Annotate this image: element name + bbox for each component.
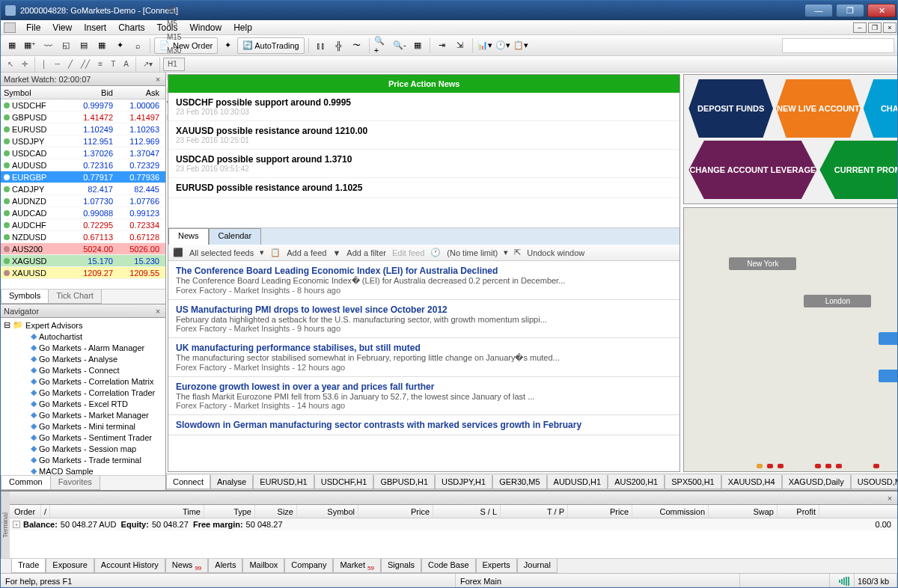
add-filter-button[interactable]: Add a filter (346, 248, 386, 257)
channel-icon[interactable]: ╱╱ (77, 58, 94, 71)
indicators-icon[interactable]: 📊▾ (477, 37, 493, 54)
tree-root[interactable]: ⊟ 📁 Expert Advisors (2, 319, 164, 331)
chart-tab[interactable]: Analyse (210, 475, 253, 489)
terminal-col[interactable]: Price (568, 505, 632, 518)
mdi-restore-button[interactable]: ❐ (868, 22, 882, 33)
banner-chat[interactable]: CHAT TO US (864, 79, 898, 138)
navigator-tree[interactable]: ⊟ 📁 Expert Advisors ◆ Autochartist◆ Go M… (1, 318, 165, 475)
toolbar-button[interactable]: ▦ (94, 37, 110, 54)
price-news-item[interactable]: XAUUSD possible resistance around 1210.0… (168, 121, 679, 150)
terminal-tab-account-history[interactable]: Account History (94, 559, 165, 573)
maximize-button[interactable]: ❐ (836, 4, 864, 17)
chart-tab[interactable]: USDCHF,H1 (314, 475, 374, 489)
menu-charts[interactable]: Charts (112, 21, 150, 34)
feed-item[interactable]: Eurozone growth lowest in over a year an… (168, 377, 679, 415)
collapse-icon[interactable]: ◦ (13, 521, 20, 528)
tree-item[interactable]: ◆ Go Markets - Excel RTD (2, 398, 164, 409)
terminal-col[interactable]: S / L (433, 505, 501, 518)
terminal-col[interactable]: Swap (709, 505, 778, 518)
terminal-col[interactable]: Commission (632, 505, 709, 518)
time-filter-dropdown[interactable]: (No time limit) (447, 248, 498, 257)
toolbar-button[interactable]: ✦ (219, 37, 236, 54)
terminal-col[interactable]: Symbol (297, 505, 358, 518)
chart-tab[interactable]: SPX500,H1 (665, 475, 721, 489)
symbol-row[interactable]: EURGBP0.779170.77936 (1, 171, 165, 183)
shift-icon[interactable]: ⇥ (434, 37, 450, 54)
tree-item[interactable]: ◆ Go Markets - Correlation Trader (2, 387, 164, 398)
chart-tab[interactable]: AUS200,H1 (608, 475, 665, 489)
banner-deposit[interactable]: DEPOSIT FUNDS (688, 79, 773, 138)
tab-tick-chart[interactable]: Tick Chart (48, 290, 102, 304)
terminal-tab-market[interactable]: Market 59 (333, 559, 381, 573)
feed-item[interactable]: Slowdown in German manufacturing sector … (168, 415, 679, 435)
mdi-close-button[interactable]: × (883, 22, 897, 33)
terminal-col[interactable]: Profit (778, 505, 819, 518)
terminal-col[interactable]: T / P (501, 505, 568, 518)
symbol-row[interactable]: AUDCHF0.722950.72334 (1, 219, 165, 231)
terminal-tab-code-base[interactable]: Code Base (421, 559, 475, 573)
feed-item[interactable]: The Conference Board Leading Economic In… (168, 261, 679, 300)
banner-new-live[interactable]: NEW LIVE ACCOUNT (776, 79, 861, 138)
close-icon[interactable]: × (885, 494, 894, 503)
terminal-col[interactable]: Type (204, 505, 255, 518)
menu-view[interactable]: View (46, 21, 78, 34)
timeframe-m15[interactable]: M15 (163, 31, 185, 44)
text-icon[interactable]: T (107, 58, 119, 71)
zoom-in-icon[interactable]: 🔍+ (373, 37, 390, 54)
cursor-icon[interactable]: ↖ (4, 58, 17, 71)
label-icon[interactable]: A (120, 58, 132, 71)
price-news-item[interactable]: EURUSD possible resistance around 1.1025 (168, 178, 679, 198)
terminal-col[interactable]: Order (11, 505, 41, 518)
periods-icon[interactable]: 🕐▾ (495, 37, 511, 54)
terminal-tab-experts[interactable]: Experts (476, 559, 517, 573)
feed-item[interactable]: UK manufacturing performance stabilises,… (168, 338, 679, 377)
tree-item[interactable]: ◆ Go Markets - Mini terminal (2, 420, 164, 432)
banner-promotions[interactable]: CURRENT PROMOTIONS (819, 141, 898, 199)
line-chart-icon[interactable]: 〜 (349, 37, 365, 54)
menu-help[interactable]: Help (227, 21, 258, 34)
toolbar-button[interactable]: ✦ (112, 37, 128, 54)
terminal-col[interactable]: Time (50, 505, 204, 518)
tab-calendar[interactable]: Calendar (209, 228, 262, 245)
symbol-row[interactable]: GBPUSD1.414721.41497 (1, 111, 165, 123)
chart-tab[interactable]: GBPUSD,H1 (373, 475, 435, 489)
symbol-row[interactable]: USDCAD1.370261.37047 (1, 147, 165, 159)
terminal-tab-signals[interactable]: Signals (381, 559, 421, 573)
symbol-row[interactable]: XAGUSD15.17015.230 (1, 255, 165, 267)
terminal-tab-trade[interactable]: Trade (11, 559, 46, 573)
terminal-col[interactable]: / (41, 505, 50, 518)
symbol-row[interactable]: EURUSD1.102491.10263 (1, 123, 165, 135)
tree-item[interactable]: ◆ MACD Sample (2, 465, 164, 475)
symbol-row[interactable]: USDJPY112.951112.969 (1, 135, 165, 147)
terminal-tab-news[interactable]: News 99 (165, 559, 208, 573)
tree-item[interactable]: ◆ Go Markets - Sentiment Trader (2, 432, 164, 443)
hline-icon[interactable]: ─ (51, 58, 64, 71)
candle-chart-icon[interactable]: ╬ (331, 37, 347, 54)
tree-item[interactable]: ◆ Go Markets - Alarm Manager (2, 342, 164, 353)
crosshair-icon[interactable]: ✛ (18, 58, 31, 71)
tab-news[interactable]: News (168, 228, 209, 245)
toolbar-button[interactable]: ⌕ (129, 37, 146, 54)
symbol-row[interactable]: AUDCAD0.990880.99123 (1, 207, 165, 219)
feed-item[interactable]: US Manufacturing PMI drops to lowest lev… (168, 300, 679, 338)
banner-leverage[interactable]: CHANGE ACCOUNT LEVERAGE (688, 141, 816, 199)
bar-chart-icon[interactable]: ⫿⫿ (313, 37, 329, 54)
symbol-row[interactable]: AUS2005024.005026.00 (1, 243, 165, 255)
chart-tab[interactable]: XAUUSD,H4 (721, 475, 782, 489)
menu-file[interactable]: File (20, 21, 46, 34)
fibo-icon[interactable]: ≡ (94, 58, 106, 71)
price-news-item[interactable]: USDCAD possible support around 1.371023 … (168, 150, 679, 178)
symbol-row[interactable]: XAUUSD1209.271209.55 (1, 267, 165, 279)
timeframe-m30[interactable]: M30 (163, 44, 185, 58)
auto-trading-button[interactable]: 🔄AutoTrading (237, 37, 305, 54)
tile-icon[interactable]: ▦ (409, 37, 426, 54)
toolbar-button[interactable]: ◱ (58, 37, 74, 54)
toolbar-button[interactable]: ▦⁺ (22, 37, 38, 54)
mdi-minimize-button[interactable]: – (853, 22, 867, 33)
feeds-dropdown[interactable]: All selected feeds (189, 248, 254, 257)
trendline-icon[interactable]: ╱ (64, 58, 76, 71)
vline-icon[interactable]: │ (38, 58, 50, 71)
timeframe-m5[interactable]: M5 (163, 17, 185, 31)
tab-favorites[interactable]: Favorites (50, 476, 100, 490)
chart-tab[interactable]: USDJPY,H1 (435, 475, 492, 489)
